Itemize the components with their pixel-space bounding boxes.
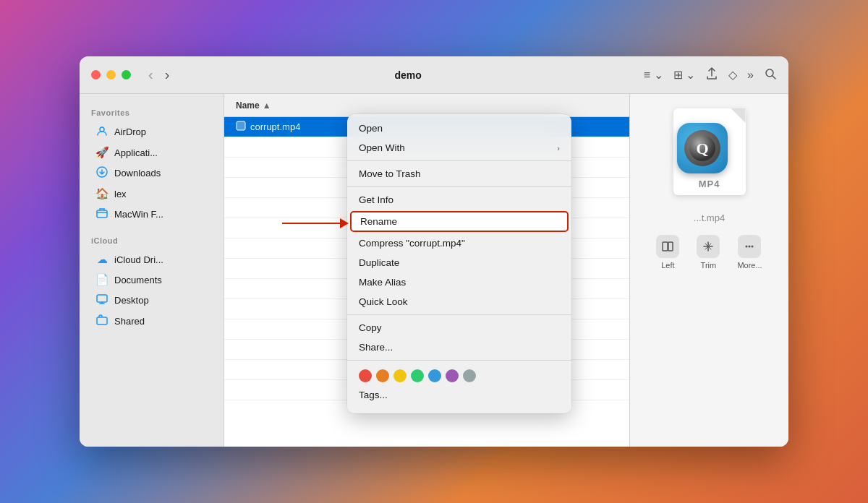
menu-item-open[interactable]: Open [347,119,571,138]
preview-filename: ...t.mp4 [694,212,725,223]
file-name: corrupt.mp4 [250,121,300,132]
shared-icon [95,314,109,328]
menu-item-copy[interactable]: Copy [347,318,571,338]
svg-rect-4 [97,210,107,218]
tag-blue[interactable] [428,369,441,382]
preview-action-more[interactable]: More... [737,235,762,270]
tags-section: Tags... [347,364,571,409]
more-action-icon [738,235,761,258]
back-button[interactable]: ‹ [145,64,156,86]
preview-action-trim[interactable]: Trim [697,235,720,270]
menu-item-compress[interactable]: Compress "corrupt.mp4" [347,233,571,253]
sidebar-item-airdrop[interactable]: AirDrop [84,121,219,142]
documents-icon: 📄 [95,273,109,286]
separator-1 [347,160,571,161]
desktop-label: Desktop [114,295,149,306]
tag-orange[interactable] [376,369,389,382]
lex-label: lex [114,189,127,199]
desktop-icon [95,293,109,307]
svg-rect-6 [97,317,107,324]
forward-button[interactable]: › [162,64,173,86]
menu-item-share[interactable]: Share... [347,338,571,357]
preview-doc-corner [731,108,746,123]
favorites-header: Favorites [80,106,224,120]
menu-item-open-with[interactable]: Open With › [347,138,571,158]
documents-label: Documents [114,275,162,285]
arrow-head [340,218,349,228]
svg-point-12 [746,246,748,248]
menu-item-get-info[interactable]: Get Info [347,190,571,210]
tag-purple[interactable] [446,369,459,382]
search-icon[interactable] [764,67,777,83]
svg-point-14 [752,246,754,248]
nav-buttons: ‹ › [145,64,172,86]
svg-rect-10 [663,242,668,251]
left-action-label: Left [661,261,674,270]
preview-type-label: MP4 [699,179,720,189]
menu-item-quick-look[interactable]: Quick Look [347,292,571,311]
window-title: demo [181,69,635,81]
menu-item-move-to-trash[interactable]: Move to Trash [347,164,571,184]
applications-icon: 🚀 [95,146,109,159]
sidebar-item-applications[interactable]: 🚀 Applicati... [84,142,219,163]
left-action-icon [656,235,679,258]
menu-item-make-alias[interactable]: Make Alias [347,272,571,292]
downloads-label: Downloads [114,168,161,179]
downloads-icon [95,166,109,180]
toolbar-icons: ≡ ⌄ ⊞ ⌄ ◇ » [644,67,777,83]
svg-point-2 [100,127,104,132]
svg-rect-5 [97,295,107,302]
main-area: Favorites AirDrop 🚀 Applicati... [80,94,788,447]
lex-icon: 🏠 [95,187,109,200]
menu-item-duplicate[interactable]: Duplicate [347,253,571,272]
svg-line-1 [773,76,775,79]
trim-action-label: Trim [701,261,717,270]
preview-action-left[interactable]: Left [656,235,679,270]
sidebar-item-shared[interactable]: Shared [84,311,219,332]
preview-app-icon: Q [677,123,728,173]
grid-view-icon[interactable]: ⊞ ⌄ [673,68,695,82]
trim-action-icon [697,235,720,258]
arrow-line [282,223,340,224]
sidebar-item-macwinf[interactable]: MacWin F... [84,204,219,225]
macwinf-label: MacWin F... [114,209,163,220]
list-view-icon[interactable]: ≡ ⌄ [644,68,663,82]
shared-label: Shared [114,316,145,327]
separator-3 [347,314,571,315]
traffic-lights [91,70,131,79]
separator-2 [347,186,571,187]
color-dots [359,369,560,382]
icloud-drive-label: iCloud Dri... [114,254,163,265]
separator-4 [347,360,571,361]
svg-rect-11 [668,242,673,251]
svg-text:Q: Q [696,139,708,158]
maximize-button[interactable] [122,70,131,79]
tag-icon[interactable]: ◇ [728,68,737,82]
icloud-drive-icon: ☁ [95,253,109,266]
sidebar-item-downloads[interactable]: Downloads [84,163,219,184]
sidebar-item-icloud-drive[interactable]: ☁ iCloud Dri... [84,249,219,270]
more-icon[interactable]: » [747,69,754,82]
icloud-header: iCloud [80,233,224,248]
tag-red[interactable] [359,369,372,382]
sidebar-item-desktop[interactable]: Desktop [84,290,219,311]
finder-window: ‹ › demo ≡ ⌄ ⊞ ⌄ ◇ » Favorit [80,56,788,447]
tag-green[interactable] [411,369,424,382]
applications-label: Applicati... [114,147,158,158]
menu-item-rename[interactable]: Rename [350,211,569,232]
airdrop-label: AirDrop [114,126,146,137]
menu-item-tags[interactable]: Tags... [359,387,560,403]
share-icon[interactable] [705,67,718,83]
sidebar-item-lex[interactable]: 🏠 lex [84,184,219,204]
preview-file-icon: MP4 Q [666,108,753,202]
tag-yellow[interactable] [393,369,407,382]
sidebar-item-documents[interactable]: 📄 Documents [84,270,219,290]
more-action-label: More... [737,261,762,270]
minimize-button[interactable] [106,70,116,79]
close-button[interactable] [91,70,101,79]
airdrop-icon [95,125,109,139]
tag-gray[interactable] [463,369,476,382]
name-column-header[interactable]: Name ▲ [236,100,271,111]
preview-actions: Left Trim [656,235,762,270]
submenu-arrow: › [557,144,560,152]
